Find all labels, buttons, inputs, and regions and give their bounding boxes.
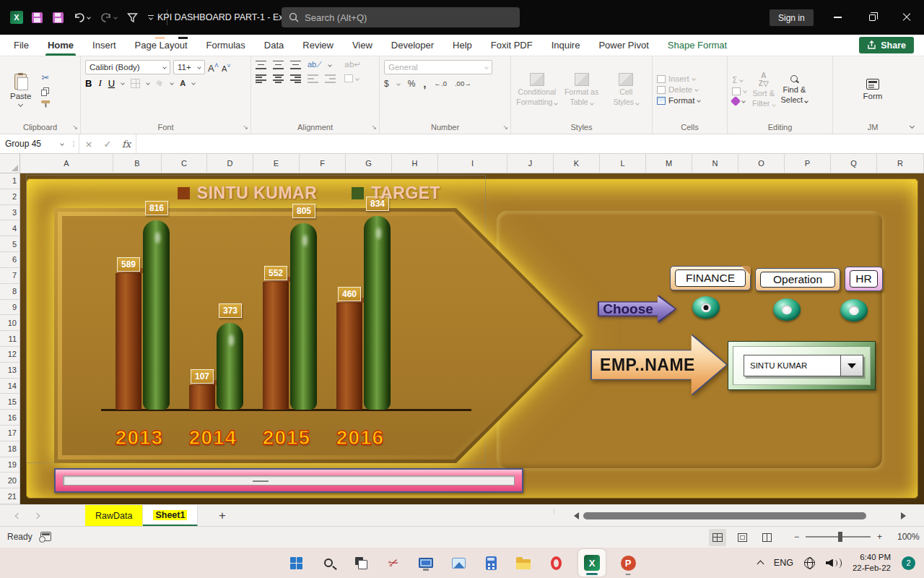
comma-button[interactable]: , xyxy=(423,77,426,90)
font-size-select[interactable]: 11+ xyxy=(173,60,205,74)
row-header-6[interactable]: 6 xyxy=(0,252,20,268)
row-header-17[interactable]: 17 xyxy=(0,426,20,441)
paste-button[interactable]: Paste xyxy=(4,72,37,108)
start-button[interactable] xyxy=(286,553,306,573)
format-as-table-button[interactable]: Format as Table xyxy=(560,73,603,106)
select-all-corner[interactable] xyxy=(0,154,20,173)
column-header-O[interactable]: O xyxy=(738,154,785,173)
insert-function-button[interactable]: fx xyxy=(117,134,136,153)
row-header-7[interactable]: 7 xyxy=(0,268,20,284)
column-header-D[interactable]: D xyxy=(207,154,253,173)
menu-tab-shape-format[interactable]: Shape Format xyxy=(658,35,736,56)
align-right-icon[interactable] xyxy=(290,74,301,83)
align-top-icon[interactable] xyxy=(256,61,266,69)
menu-tab-foxit-pdf[interactable]: Foxit PDF xyxy=(481,35,542,56)
menu-tab-inquire[interactable]: Inquire xyxy=(542,35,590,56)
calculator-button[interactable] xyxy=(481,553,501,573)
name-box[interactable]: Group 45 xyxy=(0,134,69,153)
borders-icon[interactable] xyxy=(131,79,140,88)
underline-dropdown-icon[interactable] xyxy=(121,81,125,85)
row-header-16[interactable]: 16 xyxy=(0,410,20,426)
row-header-11[interactable]: 11 xyxy=(0,331,20,347)
column-header-F[interactable]: F xyxy=(300,154,346,173)
column-header-K[interactable]: K xyxy=(554,154,600,173)
tray-expand-icon[interactable] xyxy=(757,561,764,568)
alignment-dialog-launcher[interactable]: ↘ xyxy=(371,124,377,131)
undo-dropdown-icon[interactable] xyxy=(87,15,91,20)
excel-taskbar-button[interactable]: X xyxy=(578,549,606,577)
increase-decimal-button[interactable]: ←.0 xyxy=(435,79,447,87)
network-icon[interactable] xyxy=(804,558,815,569)
currency-button[interactable]: $ xyxy=(384,79,389,89)
dashboard-scrollbar-thumb[interactable] xyxy=(253,480,269,482)
align-bottom-icon[interactable] xyxy=(290,61,301,69)
column-header-B[interactable]: B xyxy=(113,154,162,173)
italic-button[interactable]: I xyxy=(98,77,101,89)
currency-dropdown-icon[interactable] xyxy=(396,82,401,86)
column-header-A[interactable]: A xyxy=(20,154,113,173)
file-explorer-button[interactable] xyxy=(513,553,533,573)
bar-chart-plot[interactable]: 5898162013107373201455280520154608342016 xyxy=(20,173,924,504)
number-format-select[interactable]: General xyxy=(384,60,492,74)
zoom-slider-thumb[interactable] xyxy=(838,532,842,542)
copy-icon[interactable] xyxy=(41,87,49,96)
conditional-formatting-button[interactable]: Conditional Formatting xyxy=(515,73,559,106)
notification-badge[interactable]: 2 xyxy=(902,556,915,570)
delete-cells-button[interactable]: Delete xyxy=(657,85,700,94)
scroll-right-icon[interactable] xyxy=(901,512,906,519)
row-header-1[interactable]: 1 xyxy=(0,173,20,189)
find-select-button[interactable]: Find & Select xyxy=(781,75,808,104)
column-header-L[interactable]: L xyxy=(600,154,646,173)
menu-tab-insert[interactable]: Insert xyxy=(83,35,126,56)
borders-dropdown-icon[interactable] xyxy=(146,81,150,85)
opera-button[interactable] xyxy=(546,553,566,573)
column-header-N[interactable]: N xyxy=(692,154,738,173)
column-header-I[interactable]: I xyxy=(438,154,507,173)
row-header-13[interactable]: 13 xyxy=(0,363,20,379)
row-header-18[interactable]: 18 xyxy=(0,441,20,457)
percent-button[interactable]: % xyxy=(408,79,416,89)
format-painter-icon[interactable] xyxy=(41,100,50,108)
zoom-in-button[interactable]: + xyxy=(877,532,882,542)
row-header-14[interactable]: 14 xyxy=(0,379,20,394)
sign-in-button[interactable]: Sign in xyxy=(770,9,814,26)
save-as-icon[interactable] xyxy=(53,12,64,23)
row-header-15[interactable]: 15 xyxy=(0,394,20,410)
fill-color-button[interactable] xyxy=(156,80,164,87)
next-sheet-icon[interactable] xyxy=(34,513,40,519)
grow-font-button[interactable]: A˄ xyxy=(208,61,219,74)
column-header-M[interactable]: M xyxy=(646,154,692,173)
row-header-3[interactable]: 3 xyxy=(0,205,20,221)
cell-styles-button[interactable]: Cell Styles xyxy=(604,73,648,106)
bold-button[interactable]: B xyxy=(85,78,92,89)
orientation-button[interactable]: ab⟋ xyxy=(308,60,322,69)
share-button[interactable]: Share xyxy=(859,37,914,53)
paste-dropdown-icon[interactable] xyxy=(18,101,23,106)
row-header-9[interactable]: 9 xyxy=(0,300,20,316)
underline-button[interactable]: U xyxy=(108,78,115,89)
format-cells-button[interactable]: Format xyxy=(657,96,700,105)
font-color-button[interactable]: A xyxy=(180,80,186,87)
menu-tab-power-pivot[interactable]: Power Pivot xyxy=(589,35,658,56)
new-sheet-button[interactable]: + xyxy=(214,505,231,527)
fill-color-dropdown-icon[interactable] xyxy=(170,81,174,85)
form-button[interactable]: Form xyxy=(858,77,889,102)
row-header-12[interactable]: 12 xyxy=(0,347,20,363)
decrease-decimal-button[interactable]: .00→ xyxy=(455,79,471,87)
decrease-indent-icon[interactable] xyxy=(308,74,318,83)
column-header-H[interactable]: H xyxy=(392,154,438,173)
menu-tab-formulas[interactable]: Formulas xyxy=(197,35,255,56)
column-header-G[interactable]: G xyxy=(346,154,392,173)
formula-input[interactable] xyxy=(136,134,924,153)
zoom-slider[interactable] xyxy=(806,536,871,538)
menu-tab-data[interactable]: Data xyxy=(255,35,293,56)
redo-dropdown-icon[interactable] xyxy=(113,15,118,20)
insert-cells-button[interactable]: Insert xyxy=(657,74,700,83)
search-input[interactable]: Search (Alt+Q) xyxy=(282,7,520,27)
menu-tab-review[interactable]: Review xyxy=(293,35,343,56)
sort-filter-button[interactable]: AZ▽ Sort & Filter xyxy=(752,72,775,108)
number-dialog-launcher[interactable]: ↘ xyxy=(502,124,508,131)
close-button[interactable] xyxy=(890,0,923,35)
zoom-level[interactable]: 100% xyxy=(897,532,920,542)
language-indicator[interactable]: ENG xyxy=(774,558,793,568)
